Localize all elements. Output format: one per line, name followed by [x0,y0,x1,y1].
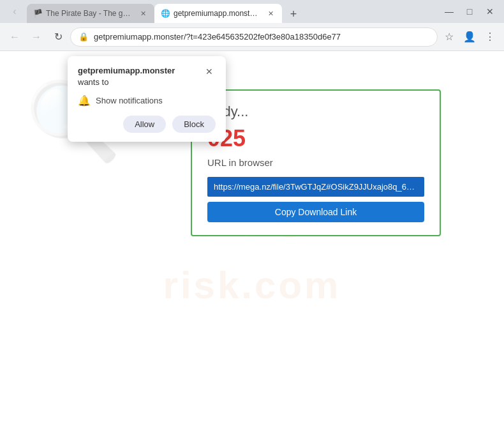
popup-permission-row: 🔔 Show notifications [78,95,216,107]
minimize-button[interactable]: — [440,3,458,20]
close-button[interactable]: ✕ [481,3,499,20]
tab-piratebay-label: The Pirate Bay - The galaxy's m... [46,9,131,18]
window-controls: — □ ✕ [440,3,499,20]
copy-download-link-button[interactable]: Copy Download Link [207,202,424,222]
popup-site-name: getpremiumapp.monster [78,66,175,75]
menu-icon[interactable]: ⋮ [481,28,499,46]
notification-popup: getpremiumapp.monster wants to ✕ 🔔 Show … [68,56,226,142]
address-text: getpremiumapp.monster/?t=423e645635202fe… [94,32,429,42]
refresh-button[interactable]: ↻ [48,27,68,47]
lock-icon: 🔒 [78,32,89,42]
new-tab-button[interactable]: + [285,5,302,23]
tab-piratebay-close[interactable]: ✕ [138,8,148,19]
profile-icon[interactable]: 👤 [461,28,478,46]
block-button[interactable]: Block [172,116,216,133]
bell-icon: 🔔 [78,95,91,107]
tab-getpremium[interactable]: 🌐 getpremiumapp.monster/?t=4... ✕ [154,4,282,23]
popup-header: getpremiumapp.monster wants to ✕ [78,65,216,88]
address-bar-row: ← → ↻ 🔒 getpremiumapp.monster/?t=423e645… [0,23,504,51]
popup-permission-label: Show notifications [96,96,163,105]
content-instruction-text: URL in browser [207,157,424,168]
back-button[interactable]: ← [5,27,24,47]
browser-frame: ‹ 🏴 The Pirate Bay - The galaxy's m... ✕… [0,0,504,440]
address-bar[interactable]: 🔒 getpremiumapp.monster/?t=423e645635202… [70,27,438,47]
popup-title: getpremiumapp.monster wants to [78,65,198,88]
popup-action-text: wants to [78,77,108,87]
tab-scroll-left[interactable]: ‹ [5,2,24,21]
tab-getpremium-favicon: 🌐 [161,9,170,18]
page-content: PTC risk.com 🔍 eady... 025 URL in browse… [0,51,504,440]
tab-strip: 🏴 The Pirate Bay - The galaxy's m... ✕ 🌐… [27,0,433,23]
tab-getpremium-label: getpremiumapp.monster/?t=4... [174,9,259,18]
tab-getpremium-close[interactable]: ✕ [265,8,276,19]
content-ready-text: eady... [207,103,424,120]
title-bar: ‹ 🏴 The Pirate Bay - The galaxy's m... ✕… [0,0,504,23]
popup-close-button[interactable]: ✕ [203,65,216,78]
content-box: eady... 025 URL in browser https://mega.… [191,89,441,236]
maximize-button[interactable]: □ [461,3,478,20]
tab-piratebay-favicon: 🏴 [33,9,42,18]
bookmark-icon[interactable]: ☆ [440,28,458,46]
popup-actions: Allow Block [78,116,216,133]
tab-piratebay[interactable]: 🏴 The Pirate Bay - The galaxy's m... ✕ [27,4,154,23]
content-year-text: 025 [207,125,424,152]
url-display[interactable]: https://mega.nz/file/3TwGTJqZ#OSikZ9JJUx… [207,177,424,197]
forward-button[interactable]: → [27,27,46,47]
allow-button[interactable]: Allow [123,116,166,133]
